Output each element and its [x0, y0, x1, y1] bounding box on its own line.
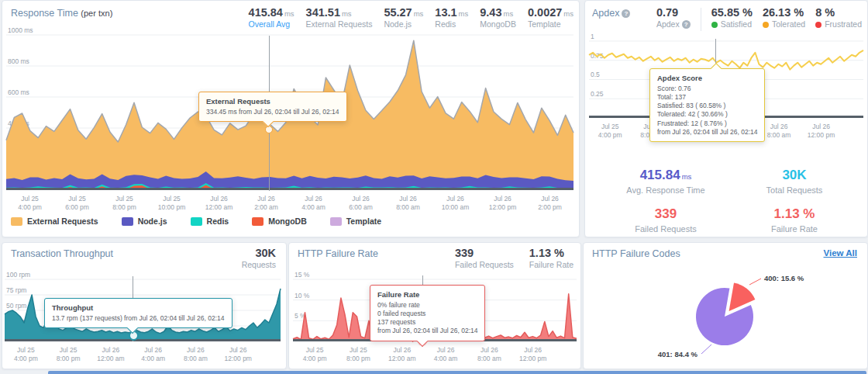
stat-total-requests: 30K Total Requests: [736, 168, 852, 195]
stat-failure-rate: 1.13 % Failure Rate: [736, 206, 852, 234]
x-tick-label: 12:00 pm: [519, 355, 546, 362]
legend-label: Redis: [207, 216, 229, 226]
stat-overall-avg: 415.84ms Overall Avg: [249, 6, 294, 29]
x-tick-label: Jul 26: [102, 346, 120, 354]
response-time-title: Response Time (per txn): [11, 8, 112, 19]
x-tick-label: Jul 26: [812, 123, 830, 130]
x-tick-label: 12:00 am: [97, 355, 124, 362]
stat-template: 0.0027ms Template: [528, 6, 574, 29]
apm-dashboard: Response Time (per txn) 415.84ms Overall…: [0, 0, 868, 374]
x-tick-label: Jul 26: [257, 195, 275, 203]
y-tick-label: 600 ms: [8, 88, 29, 96]
x-axis-line: [6, 188, 574, 190]
chart-legend: External RequestsNode.jsRedisMongoDBTemp…: [11, 216, 381, 226]
x-tick-label: 4:00 am: [301, 203, 326, 211]
legend-item-redis[interactable]: Redis: [191, 216, 229, 226]
x-tick-label: 2:00 am: [254, 203, 278, 211]
apdex-tooltip: Apdex Score Score: 0.76 Total: 137 Satis…: [649, 68, 765, 142]
legend-item-template[interactable]: Template: [330, 216, 381, 226]
stat-apdex-score: 0.79 Apdex?: [656, 6, 691, 31]
x-tick-label: Jul 25: [601, 123, 619, 130]
x-axis-line: [5, 339, 281, 341]
stat-redis: 13.1ms Redis: [435, 6, 468, 29]
stat-requests: 30K Requests: [242, 247, 276, 269]
legend-swatch-icon: [191, 217, 202, 226]
pie-slice-label: 400: 15.6 %: [764, 274, 804, 282]
x-tick-label: Jul 26: [494, 195, 512, 203]
tooltip-line: Tolerated: 42 ( 30.66% ): [657, 110, 757, 119]
x-tick-label: 12:00 am: [205, 203, 232, 211]
hover-marker: [265, 126, 273, 133]
x-tick-label: 8:00 pm: [346, 355, 370, 362]
legend-item-node-js[interactable]: Node.js: [122, 216, 167, 226]
tooltip-line: 0% failure rate: [377, 301, 477, 310]
legend-item-external-requests[interactable]: External Requests: [11, 216, 98, 226]
stat-mongodb: 9.43ms MongoDB: [480, 6, 516, 29]
pie-leader-line: [701, 345, 711, 354]
x-tick-label: Jul 26: [770, 123, 788, 130]
frustrated-dot-icon: [815, 22, 822, 28]
x-tick-label: Jul 26: [437, 346, 455, 354]
x-tick-label: Jul 25: [60, 346, 78, 354]
x-tick-label: 12:00 pm: [808, 131, 835, 139]
x-tick-label: 4:00 pm: [18, 203, 42, 211]
satisfied-dot-icon: [711, 22, 718, 28]
legend-item-mongodb[interactable]: MongoDB: [252, 216, 307, 226]
x-tick-label: 12:00 pm: [489, 203, 516, 211]
pie-slice-label: 401: 84.4 %: [658, 350, 698, 358]
tooltip-line: Frustrated: 12 ( 8.76% ): [657, 119, 757, 128]
help-icon[interactable]: ?: [622, 9, 630, 18]
y-tick-label: 1000 ms: [8, 26, 33, 34]
tooltip-line: 137 requests: [377, 318, 477, 327]
tooltip-title: Apdex Score: [657, 74, 757, 83]
x-tick-label: 10:00 am: [442, 203, 469, 211]
failure-rate-title: HTTP Failure Rate: [298, 248, 378, 259]
x-tick-label: Jul 26: [541, 195, 559, 203]
stat-failed-requests: 339 Failed Requests: [455, 247, 514, 269]
apdex-stats: 0.79 Apdex? 65.85 % Satisfied 26.13 % To…: [656, 6, 862, 31]
legend-swatch-icon: [122, 217, 133, 226]
x-tick-label: Jul 26: [144, 346, 162, 354]
failure-codes-pie-chart[interactable]: 400: 15.6 %401: 84.4 %: [584, 261, 866, 369]
stat-tolerated: 26.13 % Tolerated: [763, 6, 805, 31]
x-tick-label: 4:00 am: [434, 355, 458, 362]
x-tick-label: Jul 26: [305, 195, 322, 203]
x-tick-label: Jul 26: [210, 195, 228, 203]
failure-rate-tooltip: Failure Rate 0% failure rate 0 failed re…: [370, 285, 485, 341]
legend-label: Template: [346, 216, 381, 226]
stat-failure-rate: 1.13 % Failure Rate: [529, 247, 574, 269]
y-tick-label: 0.25: [591, 90, 604, 98]
response-time-chart[interactable]: 1000 ms800 ms600 ms400 ms200 msJul 254:0…: [6, 35, 574, 215]
stat-external-requests: 341.51ms External Requests: [306, 6, 373, 29]
help-icon[interactable]: ?: [682, 20, 691, 29]
x-tick-label: 12:00 pm: [225, 355, 252, 362]
legend-label: Node.js: [138, 216, 167, 226]
x-tick-label: 8:00 am: [396, 203, 420, 211]
x-tick-label: 8:00 pm: [57, 355, 81, 362]
stat-failed-requests: 339 Failed Requests: [600, 206, 732, 234]
x-tick-label: 6:00 pm: [65, 203, 89, 211]
pie-leader-line: [749, 279, 761, 285]
x-tick-label: 8:00 am: [184, 355, 208, 362]
tooltip-title: Failure Rate: [377, 290, 477, 300]
x-tick-label: 12:00 am: [388, 355, 415, 362]
x-tick-label: 8:00 am: [767, 131, 791, 139]
y-tick-label: 100 rpm: [6, 271, 30, 279]
x-tick-label: Jul 26: [187, 346, 205, 354]
stat-avg-response-time: 415.84ms Avg. Response Time: [600, 168, 732, 195]
tooltip-line: from Jul 26, 02:04 till Jul 26, 02:14: [377, 327, 477, 335]
view-all-link[interactable]: View All: [824, 248, 857, 258]
tooltip-line: from Jul 26, 02:04 till Jul 26, 02:14: [657, 128, 757, 137]
stat-frustrated: 8 % Frustrated: [815, 6, 862, 31]
x-tick-label: Jul 25: [21, 195, 39, 203]
legend-label: MongoDB: [268, 216, 307, 226]
response-time-title-suffix: (per txn): [81, 9, 112, 18]
legend-swatch-icon: [330, 217, 342, 226]
tooltip-title: Throughput: [52, 303, 225, 313]
apdex-title-text: Apdex: [592, 8, 619, 19]
failure-rate-stats: 339 Failed Requests 1.13 % Failure Rate: [455, 247, 574, 269]
throughput-tooltip: Throughput 13.7 rpm (137 requests) from …: [44, 298, 232, 328]
x-tick-label: Jul 26: [399, 195, 417, 203]
x-tick-label: Jul 26: [480, 346, 498, 354]
divider: [701, 8, 701, 31]
